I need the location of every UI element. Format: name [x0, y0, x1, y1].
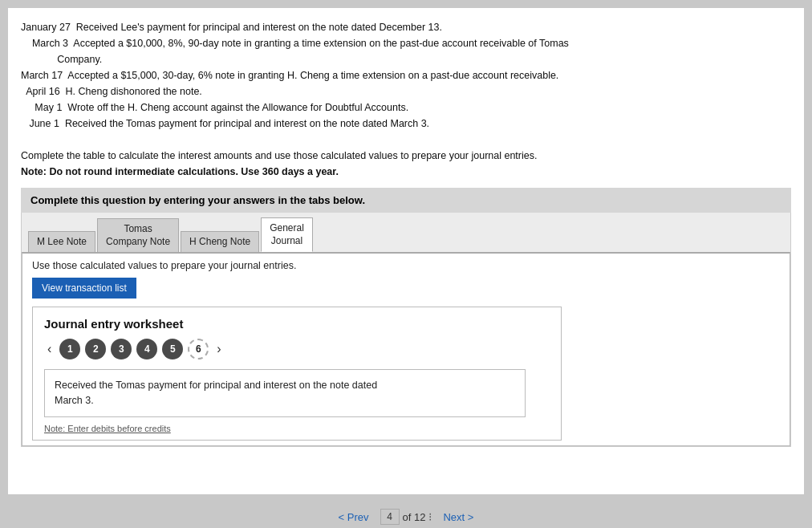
complete-note: Complete the table to calculate the inte… [21, 148, 791, 164]
instruction-line-3: March 17 Accepted a $15,000, 30-day, 6% … [21, 67, 791, 83]
step-4-button[interactable]: 4 [136, 339, 157, 359]
next-button[interactable]: Next > [443, 511, 473, 523]
step-description: Received the Tomas payment for principal… [44, 369, 526, 417]
worksheet-box: Journal entry worksheet ‹ 1 2 3 4 5 6 › … [32, 307, 562, 441]
instruction-line-1: January 27 Received Lee's payment for pr… [21, 19, 791, 35]
page-indicator: 4 of 12 ⁝ [380, 509, 432, 525]
instruction-line-2: March 3 Accepted a $10,000, 8%, 90-day n… [21, 35, 791, 51]
tabs-row: M Lee Note Tomas Company Note H Cheng No… [22, 213, 790, 252]
instructions-block: January 27 Received Lee's payment for pr… [21, 19, 791, 180]
footer-nav: < Prev 4 of 12 ⁝ Next > [0, 502, 812, 528]
tab-h-cheng-note[interactable]: H Cheng Note [181, 231, 259, 253]
prev-step-arrow[interactable]: ‹ [44, 340, 55, 358]
step-1-button[interactable]: 1 [59, 339, 80, 359]
complete-box: Complete this question by entering your … [21, 188, 791, 213]
instruction-line-6: June 1 Received the Tomas payment for pr… [21, 116, 791, 132]
instruction-line-2b: Company. [21, 51, 791, 67]
tab-general-journal[interactable]: General Journal [261, 217, 313, 252]
bold-note: Note: Do not round intermediate calculat… [21, 164, 791, 180]
step-5-button[interactable]: 5 [162, 339, 183, 359]
view-transaction-list-button[interactable]: View transaction list [32, 278, 136, 299]
tabs-area: M Lee Note Tomas Company Note H Cheng No… [21, 213, 791, 447]
total-pages: of 12 [403, 511, 426, 523]
tab-tomas-company-note[interactable]: Tomas Company Note [97, 218, 179, 252]
step-3-button[interactable]: 3 [111, 339, 132, 359]
worksheet-title: Journal entry worksheet [44, 317, 550, 331]
note-debits-credits: Note: Enter debits before credits [44, 424, 550, 433]
current-page: 4 [380, 509, 400, 525]
step-2-button[interactable]: 2 [85, 339, 106, 359]
prev-button[interactable]: < Prev [339, 511, 369, 523]
step-nav: ‹ 1 2 3 4 5 6 › [44, 339, 550, 359]
complete-box-label: Complete this question by entering your … [30, 194, 365, 206]
step-6-button[interactable]: 6 [188, 339, 209, 359]
instruction-line-5: May 1 Wrote off the H. Cheng account aga… [21, 100, 791, 116]
next-step-arrow[interactable]: › [213, 340, 224, 358]
instruction-line-4: April 16 H. Cheng dishonored the note. [21, 83, 791, 100]
grid-icon: ⁝ [428, 510, 432, 523]
tab-instruction: Use those calculated values to prepare y… [32, 260, 780, 271]
tab-content: Use those calculated values to prepare y… [22, 252, 790, 446]
tab-m-lee-note[interactable]: M Lee Note [28, 231, 95, 253]
